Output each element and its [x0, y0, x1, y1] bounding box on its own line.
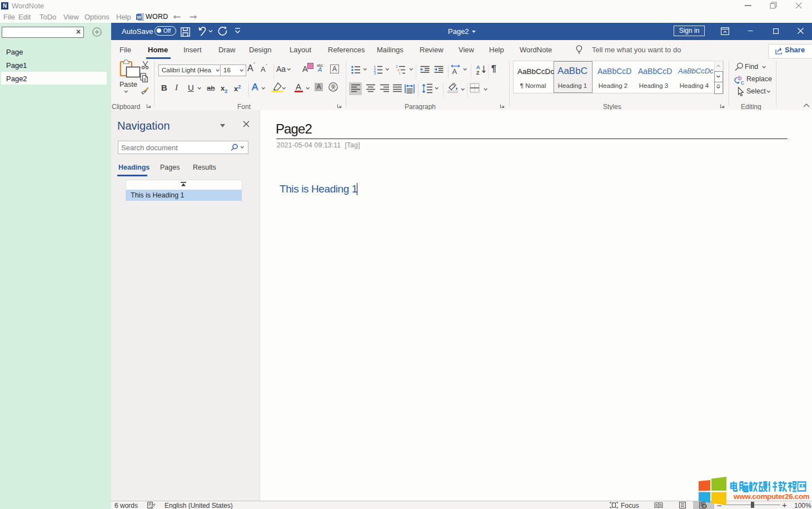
- svg-text:A: A: [476, 65, 480, 70]
- svg-text:3: 3: [374, 71, 376, 75]
- svg-text:W: W: [137, 14, 142, 20]
- svg-text:A: A: [452, 67, 457, 75]
- svg-text:Z: Z: [476, 70, 480, 75]
- svg-text:i: i: [400, 71, 400, 75]
- svg-text:c: c: [741, 79, 744, 85]
